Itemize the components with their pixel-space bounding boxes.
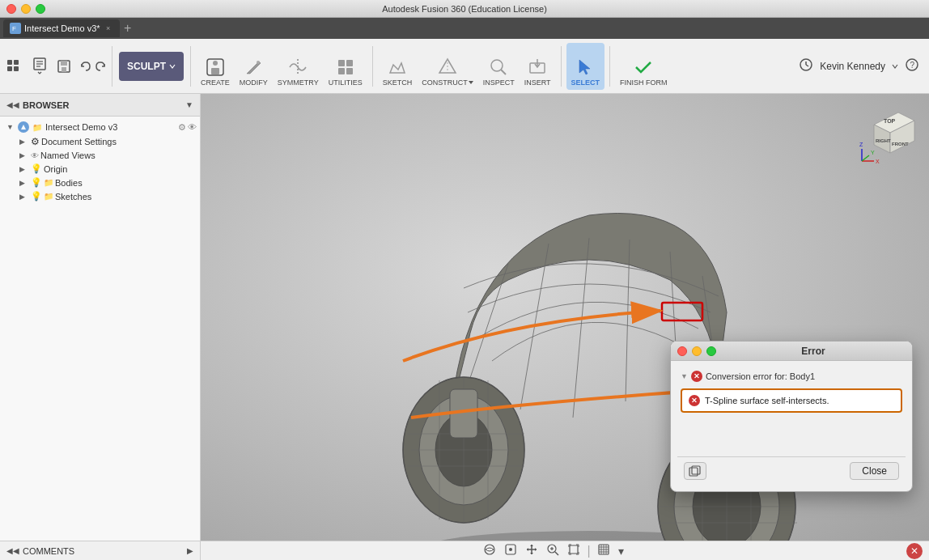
clock-button[interactable] — [799, 57, 813, 74]
tab-label: Intersect Demo v3* — [24, 23, 100, 33]
symmetry-tool[interactable]: SYMMETRY — [273, 43, 324, 90]
toolbar-right: Kevin Kennedy ? — [799, 57, 929, 74]
error-tree-row: ▼ ✕ Conversion error for: Body1 — [677, 367, 906, 385]
browser-options[interactable]: ▼ — [185, 100, 193, 109]
comments-section: ◀◀ COMMENTS ▶ — [0, 541, 201, 560]
svg-rect-5 — [14, 66, 19, 71]
window-controls[interactable] — [6, 4, 45, 14]
dropdown-icon[interactable] — [892, 61, 898, 72]
error-close-x[interactable] — [677, 346, 687, 356]
tree-document-settings[interactable]: ▶ ⚙ Document Settings — [0, 134, 200, 149]
root-settings[interactable]: ⚙ — [178, 122, 186, 133]
orbit-tool[interactable] — [481, 543, 498, 558]
symmetry-label: SYMMETRY — [278, 78, 319, 87]
main-area: ◀◀ BROWSER ▼ ▼ 📁 Intersect Demo v3 ⚙ 👁 ▶… — [0, 94, 929, 541]
modify-tool[interactable]: MODIFY — [235, 43, 273, 90]
apps-button[interactable] — [0, 39, 28, 93]
svg-rect-2 — [7, 60, 12, 65]
viewport-3d[interactable]: TOP RIGHT FRONT X Z Y — [201, 94, 929, 541]
symmetry-icon — [286, 56, 309, 78]
svg-rect-19 — [346, 60, 353, 66]
modify-label: MODIFY — [240, 78, 268, 87]
svg-point-83 — [509, 548, 512, 551]
inspect-label: INSPECT — [483, 78, 515, 87]
tree-named-views[interactable]: ▶ 👁 Named Views — [0, 149, 200, 162]
error-min[interactable] — [692, 346, 702, 356]
bodies-label: Bodies — [55, 178, 197, 188]
close-button[interactable] — [6, 4, 16, 14]
error-dialog-titlebar: Error — [671, 342, 912, 361]
select-icon — [574, 56, 596, 78]
named-views-label: Named Views — [40, 151, 197, 160]
error-max[interactable] — [706, 346, 716, 356]
comments-arrow[interactable]: ▶ — [187, 546, 193, 555]
sculpt-label[interactable]: SCULPT — [119, 52, 184, 81]
svg-line-85 — [555, 552, 558, 555]
finish-form-tool[interactable]: FINISH FORM — [615, 43, 672, 90]
error-copy-button[interactable] — [684, 462, 706, 480]
file-button[interactable] — [28, 39, 52, 93]
svg-rect-88 — [570, 545, 578, 554]
insert-tool[interactable]: INSERT — [520, 43, 556, 90]
utilities-tool[interactable]: UTILITIES — [324, 43, 367, 90]
browser-collapse[interactable]: ◀◀ — [6, 100, 19, 109]
error-dismiss-button[interactable]: ✕ — [906, 543, 923, 559]
error-spacer — [677, 416, 906, 456]
tab-icon: F — [10, 23, 21, 34]
select-label: SELECT — [571, 78, 600, 87]
zoom-fit-tool[interactable] — [566, 543, 582, 558]
error-close-button[interactable]: Close — [850, 462, 899, 480]
grid-tool[interactable]: ▾ — [617, 545, 626, 558]
save-button[interactable] — [52, 39, 76, 93]
select-tool[interactable]: SELECT — [566, 43, 605, 90]
inspect-icon — [487, 56, 510, 78]
root-chevron: ▼ — [6, 123, 16, 131]
expand-icon[interactable]: ◀◀ — [6, 546, 19, 555]
maximize-button[interactable] — [36, 4, 45, 14]
sculpt-mode-button[interactable]: SCULPT — [114, 39, 189, 93]
construct-icon — [436, 56, 459, 78]
svg-rect-18 — [338, 60, 345, 66]
new-tab-button[interactable]: + — [120, 20, 136, 36]
origin-label: Origin — [44, 164, 197, 174]
sketch-icon — [386, 56, 409, 78]
minimize-button[interactable] — [21, 4, 31, 14]
svg-rect-4 — [7, 66, 12, 71]
pan-tool[interactable] — [524, 543, 540, 558]
create-tool[interactable]: CREATE — [196, 43, 235, 90]
browser-title: BROWSER — [23, 100, 182, 110]
root-visible[interactable]: 👁 — [188, 122, 197, 132]
main-toolbar: SCULPT CREATE MODIFY SYMMETRY — [0, 39, 929, 94]
finish-group: FINISH FORM — [612, 39, 676, 93]
tree-sketches[interactable]: ▶ 💡 📁 Sketches — [0, 189, 200, 203]
undo-button[interactable] — [76, 39, 110, 93]
display-mode-tool[interactable] — [596, 543, 612, 558]
bodies-folder-icon: 📁 — [44, 178, 53, 187]
tree-bodies[interactable]: ▶ 💡 📁 Bodies — [0, 176, 200, 189]
title-bar: Autodesk Fusion 360 (Education License) — [0, 0, 929, 18]
sketches-chevron: ▶ — [19, 193, 29, 201]
finish-form-label: FINISH FORM — [620, 78, 668, 87]
user-name[interactable]: Kevin Kennedy — [820, 61, 885, 72]
settings-gear-icon: ⚙ — [31, 136, 40, 147]
finish-form-icon — [632, 56, 655, 78]
browser-header: ◀◀ BROWSER ▼ — [0, 94, 200, 117]
tree-root[interactable]: ▼ 📁 Intersect Demo v3 ⚙ 👁 — [0, 120, 200, 134]
tree-origin[interactable]: ▶ 💡 Origin — [0, 162, 200, 176]
root-bullet — [18, 121, 29, 133]
bottom-bar: ◀◀ COMMENTS ▶ | ▾ ✕ — [0, 541, 929, 560]
zoom-tool[interactable] — [545, 543, 561, 558]
svg-text:Z: Z — [859, 142, 863, 147]
folder-icon: 📁 — [32, 123, 42, 132]
look-at-tool[interactable] — [503, 543, 519, 558]
sketch-tool[interactable]: SKETCH — [378, 43, 418, 90]
inspect-tool[interactable]: INSPECT — [478, 43, 520, 90]
comments-label: COMMENTS — [23, 546, 74, 556]
svg-text:?: ? — [910, 61, 915, 70]
tab-intersect-demo[interactable]: F Intersect Demo v3* × — [3, 19, 120, 37]
svg-point-14 — [213, 61, 218, 66]
construct-tool[interactable]: CONSTRUCT — [417, 43, 478, 90]
svg-marker-33 — [21, 125, 26, 129]
help-button[interactable]: ? — [905, 57, 919, 74]
tab-close-button[interactable]: × — [104, 23, 113, 33]
